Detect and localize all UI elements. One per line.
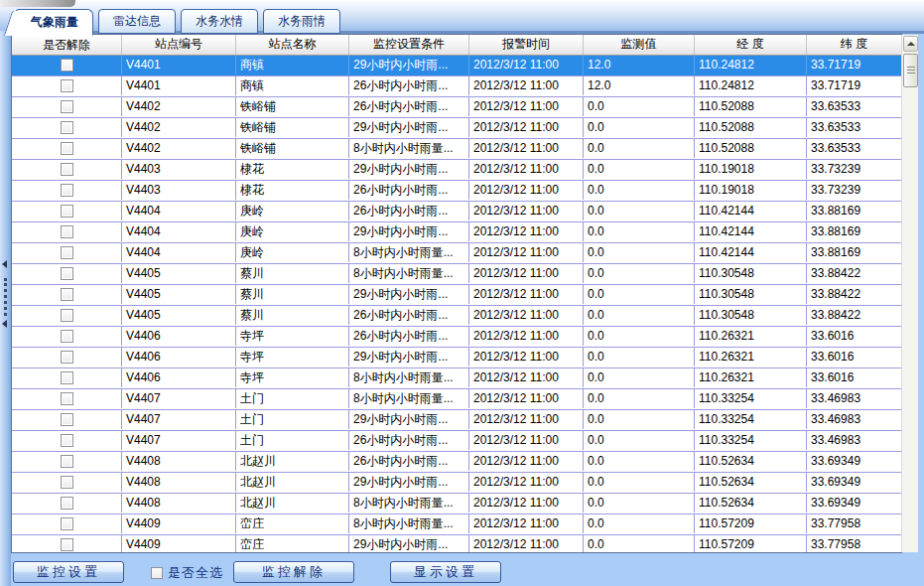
cell-value: 0.0 bbox=[584, 494, 695, 513]
row-release-checkbox[interactable] bbox=[61, 100, 73, 113]
table-row[interactable]: V4406 寺坪 8小时内小时雨量... 2012/3/12 11:00 0.0… bbox=[12, 368, 901, 389]
row-release-checkbox[interactable] bbox=[61, 538, 73, 551]
row-release-checkbox[interactable] bbox=[61, 79, 73, 92]
table-row[interactable]: V4407 土门 8小时内小时雨量... 2012/3/12 11:00 0.0… bbox=[12, 389, 901, 410]
row-release-checkbox[interactable] bbox=[61, 288, 73, 301]
scrollbar-thumb[interactable] bbox=[903, 54, 918, 87]
table-row[interactable]: V4404 庚岭 29小时内小时雨... 2012/3/12 11:00 0.0… bbox=[12, 222, 901, 243]
table-row[interactable]: V4405 蔡川 8小时内小时雨量... 2012/3/12 11:00 0.0… bbox=[12, 264, 901, 285]
table-row[interactable]: V4408 北赵川 8小时内小时雨量... 2012/3/12 11:00 0.… bbox=[12, 494, 901, 514]
table-row[interactable]: V4402 铁峪铺 26小时内小时雨... 2012/3/12 11:00 0.… bbox=[12, 97, 901, 118]
cell-longitude: 110.52634 bbox=[695, 494, 807, 513]
table-row[interactable]: V4404 庚岭 26小时内小时雨... 2012/3/12 11:00 0.0… bbox=[12, 202, 901, 222]
row-release-checkbox[interactable] bbox=[61, 476, 73, 489]
table-row[interactable]: V4406 寺坪 26小时内小时雨... 2012/3/12 11:00 0.0… bbox=[12, 327, 901, 348]
column-header-station-name[interactable]: 站点名称 bbox=[236, 35, 349, 55]
cell-alarm-time: 2012/3/12 11:00 bbox=[469, 306, 584, 325]
cell-longitude: 110.52088 bbox=[695, 118, 807, 137]
table-row[interactable]: V4405 蔡川 29小时内小时雨... 2012/3/12 11:00 0.0… bbox=[12, 285, 901, 306]
display-settings-button[interactable]: 显示设置 bbox=[390, 561, 501, 583]
table-row[interactable]: V4409 峦庄 29小时内小时雨... 2012/3/12 11:00 0.0… bbox=[12, 535, 901, 552]
column-header-alarm-time[interactable]: 报警时间 bbox=[469, 35, 584, 55]
table-row[interactable]: V4405 蔡川 26小时内小时雨... 2012/3/12 11:00 0.0… bbox=[12, 306, 901, 327]
row-release-checkbox[interactable] bbox=[61, 517, 73, 530]
cell-alarm-time: 2012/3/12 11:00 bbox=[469, 285, 584, 304]
row-release-checkbox[interactable] bbox=[61, 142, 73, 155]
table-row[interactable]: V4402 铁峪铺 8小时内小时雨量... 2012/3/12 11:00 0.… bbox=[12, 139, 901, 160]
table-row[interactable]: V4401 商镇 26小时内小时雨... 2012/3/12 11:00 12.… bbox=[12, 76, 901, 97]
column-header-release[interactable]: 是否解除 bbox=[12, 35, 122, 55]
cell-release bbox=[12, 56, 122, 74]
row-release-checkbox[interactable] bbox=[61, 371, 73, 384]
splitter-grip-icon[interactable] bbox=[4, 278, 7, 316]
row-release-checkbox[interactable] bbox=[61, 309, 73, 322]
cell-longitude: 110.30548 bbox=[695, 306, 807, 325]
collapse-left-arrow-icon[interactable] bbox=[2, 320, 7, 328]
cell-longitude: 110.42144 bbox=[695, 243, 807, 262]
row-release-checkbox[interactable] bbox=[61, 225, 73, 238]
cell-latitude: 33.63533 bbox=[807, 97, 901, 116]
cell-release bbox=[12, 494, 122, 513]
column-header-longitude[interactable]: 经 度 bbox=[695, 35, 807, 55]
row-release-checkbox[interactable] bbox=[61, 121, 73, 134]
row-release-checkbox[interactable] bbox=[61, 205, 73, 218]
vertical-scrollbar[interactable] bbox=[901, 35, 918, 552]
cell-station-name: 土门 bbox=[236, 389, 349, 408]
column-header-condition[interactable]: 监控设置条件 bbox=[349, 35, 469, 55]
column-header-latitude[interactable]: 纬 度 bbox=[807, 35, 901, 55]
row-release-checkbox[interactable] bbox=[61, 413, 73, 426]
row-release-checkbox[interactable] bbox=[61, 59, 73, 72]
select-all-checkbox[interactable] bbox=[151, 567, 163, 579]
cell-latitude: 33.69349 bbox=[807, 494, 901, 513]
table-row[interactable]: V4409 峦庄 8小时内小时雨量... 2012/3/12 11:00 0.0… bbox=[12, 514, 901, 535]
column-header-station-id[interactable]: 站点编号 bbox=[122, 35, 236, 55]
cell-station-id: V4403 bbox=[122, 160, 236, 179]
table-row[interactable]: V4406 寺坪 29小时内小时雨... 2012/3/12 11:00 0.0… bbox=[12, 348, 901, 368]
cell-station-id: V4405 bbox=[122, 264, 236, 283]
cell-station-id: V4403 bbox=[122, 181, 236, 200]
row-release-checkbox[interactable] bbox=[61, 267, 73, 280]
table-row[interactable]: V4404 庚岭 8小时内小时雨量... 2012/3/12 11:00 0.0… bbox=[12, 243, 901, 264]
cell-station-name: 土门 bbox=[236, 410, 349, 429]
table-row[interactable]: V4407 土门 29小时内小时雨... 2012/3/12 11:00 0.0… bbox=[12, 410, 901, 431]
table-row[interactable]: V4402 铁峪铺 29小时内小时雨... 2012/3/12 11:00 0.… bbox=[12, 118, 901, 139]
table-row[interactable]: V4408 北赵川 29小时内小时雨... 2012/3/12 11:00 0.… bbox=[12, 473, 901, 494]
collapse-left-arrow-icon[interactable] bbox=[2, 260, 7, 268]
tab-weather-rainfall[interactable]: 气象雨量 bbox=[16, 9, 93, 36]
cell-value: 0.0 bbox=[584, 368, 695, 387]
row-release-checkbox[interactable] bbox=[61, 163, 73, 176]
table-body: V4401 商镇 29小时内小时雨... 2012/3/12 11:00 12.… bbox=[12, 56, 901, 552]
cell-station-name: 寺坪 bbox=[236, 348, 349, 366]
table-row[interactable]: V4403 棣花 29小时内小时雨... 2012/3/12 11:00 0.0… bbox=[12, 160, 901, 181]
scroll-up-button[interactable] bbox=[903, 36, 918, 52]
panel-splitter[interactable] bbox=[0, 31, 11, 586]
row-release-checkbox[interactable] bbox=[61, 330, 73, 343]
cell-station-id: V4407 bbox=[122, 389, 236, 408]
cell-alarm-time: 2012/3/12 11:00 bbox=[469, 76, 584, 95]
row-release-checkbox[interactable] bbox=[61, 246, 73, 259]
tab-water-rainfall[interactable]: 水务雨情 bbox=[263, 9, 340, 34]
cell-longitude: 110.19018 bbox=[695, 181, 807, 200]
row-release-checkbox[interactable] bbox=[61, 351, 73, 364]
row-release-checkbox[interactable] bbox=[61, 392, 73, 405]
cell-value: 0.0 bbox=[584, 389, 695, 408]
footer-toolbar: 监控设置 是否全选 监控解除 显示设置 bbox=[0, 552, 924, 586]
table-row[interactable]: V4408 北赵川 26小时内小时雨... 2012/3/12 11:00 0.… bbox=[12, 452, 901, 473]
row-release-checkbox[interactable] bbox=[61, 434, 73, 447]
row-release-checkbox[interactable] bbox=[61, 497, 73, 510]
tab-water-regime[interactable]: 水务水情 bbox=[181, 9, 258, 34]
monitor-release-button[interactable]: 监控解除 bbox=[233, 561, 354, 583]
table-row[interactable]: V4407 土门 26小时内小时雨... 2012/3/12 11:00 0.0… bbox=[12, 431, 901, 452]
table-row[interactable]: V4403 棣花 26小时内小时雨... 2012/3/12 11:00 0.0… bbox=[12, 181, 901, 202]
cell-value: 0.0 bbox=[584, 118, 695, 137]
table-row[interactable]: V4401 商镇 29小时内小时雨... 2012/3/12 11:00 12.… bbox=[12, 56, 901, 76]
row-release-checkbox[interactable] bbox=[61, 455, 73, 468]
cell-alarm-time: 2012/3/12 11:00 bbox=[469, 243, 584, 262]
cell-alarm-time: 2012/3/12 11:00 bbox=[469, 494, 584, 513]
cell-station-name: 寺坪 bbox=[236, 368, 349, 387]
cell-condition: 26小时内小时雨... bbox=[349, 97, 469, 116]
row-release-checkbox[interactable] bbox=[61, 184, 73, 197]
tab-radar-info[interactable]: 雷达信息 bbox=[98, 9, 176, 34]
column-header-value[interactable]: 监测值 bbox=[584, 35, 695, 55]
monitor-settings-button[interactable]: 监控设置 bbox=[13, 561, 124, 583]
